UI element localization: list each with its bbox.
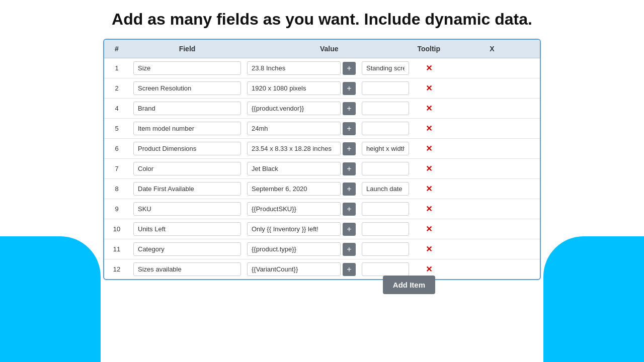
plus-button[interactable]: + bbox=[343, 183, 356, 196]
value-input[interactable] bbox=[247, 242, 341, 256]
field-cell[interactable] bbox=[129, 99, 245, 119]
field-input[interactable] bbox=[133, 122, 241, 135]
tooltip-cell[interactable] bbox=[358, 239, 413, 259]
delete-cell[interactable]: ✕ bbox=[413, 139, 444, 159]
field-input[interactable] bbox=[133, 81, 241, 95]
delete-cell[interactable]: ✕ bbox=[413, 99, 444, 119]
value-cell[interactable]: + bbox=[245, 139, 358, 159]
delete-button[interactable]: ✕ bbox=[426, 164, 432, 173]
delete-cell[interactable]: ✕ bbox=[413, 159, 444, 179]
plus-button[interactable]: + bbox=[343, 162, 356, 175]
delete-button[interactable]: ✕ bbox=[426, 144, 432, 153]
tooltip-input[interactable] bbox=[362, 202, 409, 216]
field-input[interactable] bbox=[133, 242, 241, 256]
tooltip-cell[interactable] bbox=[358, 58, 413, 78]
value-cell[interactable]: + bbox=[245, 119, 358, 139]
value-cell[interactable]: + bbox=[245, 159, 358, 179]
tooltip-input[interactable] bbox=[362, 122, 409, 135]
plus-button[interactable]: + bbox=[343, 82, 356, 95]
value-cell[interactable]: + bbox=[245, 99, 358, 119]
field-cell[interactable] bbox=[129, 159, 245, 179]
field-input[interactable] bbox=[133, 202, 241, 216]
tooltip-input[interactable] bbox=[362, 262, 409, 276]
plus-button[interactable]: + bbox=[343, 142, 356, 155]
value-cell[interactable]: + bbox=[245, 78, 358, 99]
plus-button[interactable]: + bbox=[343, 203, 356, 216]
field-input[interactable] bbox=[133, 102, 241, 115]
plus-button[interactable]: + bbox=[343, 223, 356, 236]
plus-button[interactable]: + bbox=[343, 263, 356, 276]
tooltip-input[interactable] bbox=[362, 222, 409, 236]
field-cell[interactable] bbox=[129, 179, 245, 199]
field-cell[interactable] bbox=[129, 259, 245, 280]
value-input[interactable] bbox=[247, 202, 341, 216]
delete-button[interactable]: ✕ bbox=[426, 124, 432, 133]
tooltip-input[interactable] bbox=[362, 81, 409, 95]
value-input[interactable] bbox=[247, 81, 341, 95]
tooltip-input[interactable] bbox=[362, 242, 409, 256]
delete-button[interactable]: ✕ bbox=[426, 104, 432, 113]
delete-button[interactable]: ✕ bbox=[426, 83, 432, 93]
field-cell[interactable] bbox=[129, 119, 245, 139]
field-input[interactable] bbox=[133, 162, 241, 175]
tooltip-input[interactable] bbox=[362, 182, 409, 196]
field-input[interactable] bbox=[133, 222, 241, 236]
tooltip-cell[interactable] bbox=[358, 99, 413, 119]
add-item-button[interactable]: Add Item bbox=[383, 276, 435, 294]
value-cell[interactable]: + bbox=[245, 179, 358, 199]
field-cell[interactable] bbox=[129, 78, 245, 99]
field-input[interactable] bbox=[133, 262, 241, 276]
tooltip-cell[interactable] bbox=[358, 139, 413, 159]
value-cell[interactable]: + bbox=[245, 58, 358, 78]
value-input[interactable] bbox=[247, 162, 341, 175]
delete-cell[interactable]: ✕ bbox=[413, 119, 444, 139]
tooltip-cell[interactable] bbox=[358, 199, 413, 219]
tooltip-cell[interactable] bbox=[358, 78, 413, 99]
field-cell[interactable] bbox=[129, 58, 245, 78]
delete-cell[interactable]: ✕ bbox=[413, 58, 444, 78]
tooltip-cell[interactable] bbox=[358, 179, 413, 199]
tooltip-input[interactable] bbox=[362, 142, 409, 155]
col-header-delete: X bbox=[444, 40, 540, 58]
value-cell[interactable]: + bbox=[245, 199, 358, 219]
field-cell[interactable] bbox=[129, 219, 245, 239]
value-input[interactable] bbox=[247, 222, 341, 236]
row-number: 1 bbox=[104, 58, 129, 78]
tooltip-input[interactable] bbox=[362, 61, 409, 75]
field-cell[interactable] bbox=[129, 199, 245, 219]
plus-button[interactable]: + bbox=[343, 62, 356, 75]
delete-cell[interactable]: ✕ bbox=[413, 179, 444, 199]
value-input[interactable] bbox=[247, 182, 341, 196]
value-input[interactable] bbox=[247, 102, 341, 115]
tooltip-cell[interactable] bbox=[358, 159, 413, 179]
value-cell[interactable]: + bbox=[245, 219, 358, 239]
field-cell[interactable] bbox=[129, 239, 245, 259]
value-cell[interactable]: + bbox=[245, 259, 358, 280]
delete-button[interactable]: ✕ bbox=[426, 63, 432, 73]
tooltip-input[interactable] bbox=[362, 102, 409, 115]
field-cell[interactable] bbox=[129, 139, 245, 159]
value-input[interactable] bbox=[247, 262, 341, 276]
value-input[interactable] bbox=[247, 142, 341, 155]
plus-button[interactable]: + bbox=[343, 122, 356, 135]
field-input[interactable] bbox=[133, 182, 241, 196]
delete-cell[interactable]: ✕ bbox=[413, 199, 444, 219]
delete-cell[interactable]: ✕ bbox=[413, 78, 444, 99]
delete-button[interactable]: ✕ bbox=[426, 184, 432, 194]
tooltip-cell[interactable] bbox=[358, 219, 413, 239]
tooltip-input[interactable] bbox=[362, 162, 409, 175]
tooltip-cell[interactable] bbox=[358, 119, 413, 139]
value-input[interactable] bbox=[247, 122, 341, 135]
delete-button[interactable]: ✕ bbox=[426, 244, 432, 254]
value-input[interactable] bbox=[247, 61, 341, 75]
delete-button[interactable]: ✕ bbox=[426, 204, 432, 214]
field-input[interactable] bbox=[133, 142, 241, 155]
plus-button[interactable]: + bbox=[343, 102, 356, 115]
delete-cell[interactable]: ✕ bbox=[413, 239, 444, 259]
delete-button[interactable]: ✕ bbox=[426, 264, 432, 274]
field-input[interactable] bbox=[133, 61, 241, 75]
plus-button[interactable]: + bbox=[343, 243, 356, 256]
delete-cell[interactable]: ✕ bbox=[413, 219, 444, 239]
value-cell[interactable]: + bbox=[245, 239, 358, 259]
delete-button[interactable]: ✕ bbox=[426, 224, 432, 234]
